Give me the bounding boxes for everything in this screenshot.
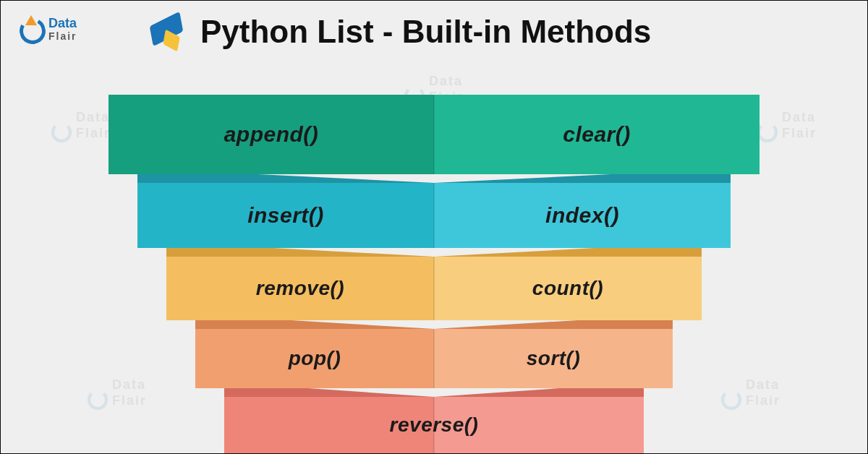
label-append: append() — [224, 122, 319, 147]
brand-line1: Data — [48, 17, 77, 30]
row-2-right: count() — [434, 257, 702, 320]
watermark: DataFlair — [51, 109, 111, 142]
label-index: index() — [545, 203, 619, 228]
watermark: DataFlair — [721, 377, 780, 410]
brand-logo: Data Flair — [15, 11, 102, 53]
row-4-center: reverse() — [224, 397, 644, 453]
label-pop: pop() — [289, 347, 341, 370]
row-3-right: sort() — [434, 329, 673, 388]
row-3-left: pop() — [195, 329, 434, 388]
row-1-left: insert() — [137, 183, 434, 248]
row-3: pop() sort() — [195, 329, 673, 388]
row-1-right: index() — [434, 183, 731, 248]
python-tag-icon — [145, 11, 187, 53]
brand-line2: Flair — [48, 30, 77, 43]
label-sort: sort() — [527, 347, 581, 370]
row-2: remove() count() — [166, 257, 702, 320]
page-title: Python List - Built-in Methods — [200, 14, 651, 50]
label-count: count() — [532, 277, 603, 300]
watermark: DataFlair — [757, 109, 817, 142]
row-0: append() clear() — [109, 95, 760, 174]
label-reverse: reverse() — [390, 414, 479, 437]
label-clear: clear() — [563, 122, 631, 147]
row-0-left: append() — [109, 95, 434, 174]
brand-flame-icon — [25, 15, 37, 25]
header: Data Flair Python List - Built-in Method… — [1, 1, 867, 53]
title-wrap: Python List - Built-in Methods — [102, 11, 853, 53]
label-insert: insert() — [247, 203, 324, 228]
row-1: insert() index() — [137, 183, 731, 248]
diagram-stage: DataFlair DataFlair DataFlair DataFlair … — [1, 51, 867, 453]
watermark: DataFlair — [88, 377, 147, 410]
label-remove: remove() — [256, 277, 344, 300]
row-2-left: remove() — [166, 257, 434, 320]
row-4: reverse() — [224, 397, 644, 453]
row-0-right: clear() — [434, 95, 760, 174]
